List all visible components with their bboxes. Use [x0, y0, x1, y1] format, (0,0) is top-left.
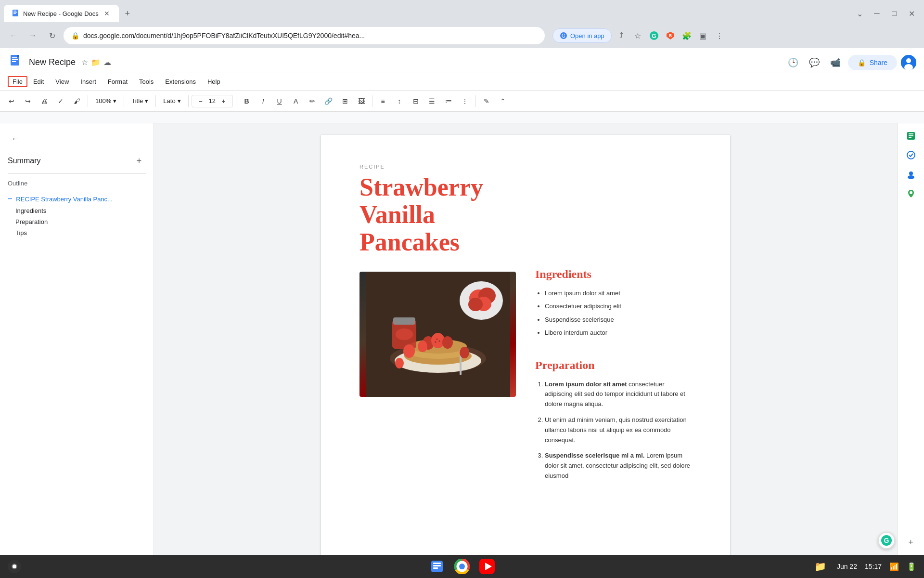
outline-item-label-1: Ingredients	[15, 207, 46, 214]
right-panel-tasks-icon[interactable]	[902, 146, 920, 164]
separator-4	[188, 95, 189, 107]
cloud-icon[interactable]: ☁	[103, 58, 111, 67]
menu-format[interactable]: Format	[102, 76, 133, 87]
paint-format-button[interactable]: 🖌	[69, 93, 85, 109]
menu-edit[interactable]: Edit	[27, 76, 50, 87]
line-spacing-button[interactable]: ↕	[392, 93, 407, 109]
summary-title: Summary	[8, 157, 40, 165]
font-size-increase[interactable]: +	[219, 96, 229, 106]
list-button[interactable]: ☰	[424, 93, 440, 109]
url-bar[interactable]: 🔒 docs.google.com/document/d/1hj9op5PFOB…	[64, 27, 545, 44]
menu-insert[interactable]: Insert	[75, 76, 102, 87]
highlight-button[interactable]: ✏	[305, 93, 320, 109]
refresh-button[interactable]: ↻	[44, 28, 60, 43]
print-button[interactable]: 🖨	[37, 93, 52, 109]
active-tab[interactable]: New Recipe - Google Docs ✕	[4, 5, 119, 22]
font-size-control[interactable]: − 12 +	[192, 95, 233, 107]
outline-item-label-2: Preparation	[15, 218, 48, 225]
more-button[interactable]: ⋮	[457, 93, 473, 109]
bookmark-icon[interactable]: ☆	[631, 29, 644, 42]
suggestions-button[interactable]: ✎	[479, 93, 494, 109]
right-panel-maps-icon[interactable]	[902, 185, 920, 202]
maximize-button[interactable]: □	[887, 7, 901, 20]
svg-rect-46	[909, 137, 911, 138]
outline-item-0[interactable]: − RECIPE Strawberry Vanilla Panc...	[8, 193, 146, 205]
meet-icon[interactable]: 📹	[827, 54, 844, 71]
font-size-value: 12	[206, 97, 218, 105]
font-select[interactable]: Lato ▾	[159, 95, 185, 107]
redo-button[interactable]: ↪	[20, 93, 36, 109]
svg-rect-13	[12, 61, 16, 62]
column-button[interactable]: ⊟	[408, 93, 424, 109]
open-in-app-button[interactable]: G Open in app	[552, 28, 612, 43]
text-color-button[interactable]: A	[288, 93, 304, 109]
grammarly-ext-icon[interactable]: G	[647, 29, 661, 42]
font-size-decrease[interactable]: −	[196, 96, 205, 106]
tab-bar-dropdown-icon[interactable]: ⌄	[853, 7, 866, 20]
outline-item-3[interactable]: Tips	[8, 227, 146, 238]
spell-check-button[interactable]: ✓	[53, 93, 68, 109]
document-page[interactable]: RECIPE StrawberryVanillaPancakes	[321, 135, 730, 555]
zoom-select[interactable]: 100% ▾	[91, 95, 121, 107]
grammarly-floating-button[interactable]: G	[878, 532, 895, 549]
url-text: docs.google.com/document/d/1hj9op5PFOBiF…	[83, 32, 537, 39]
style-select[interactable]: Title ▾	[127, 95, 153, 107]
menu-help[interactable]: Help	[202, 76, 226, 87]
back-button[interactable]: ←	[6, 28, 21, 43]
outline-item-2[interactable]: Preparation	[8, 216, 146, 227]
star-icon[interactable]: ☆	[81, 58, 88, 67]
menu-tools[interactable]: Tools	[133, 76, 159, 87]
panel-divider	[8, 173, 146, 174]
minimize-button[interactable]: ─	[870, 7, 884, 20]
tab-bar: New Recipe - Google Docs ✕ + ⌄ ─ □ ✕	[0, 0, 924, 23]
italic-button[interactable]: I	[256, 93, 271, 109]
taskbar-files-icon[interactable]	[428, 558, 446, 575]
right-panel-contacts-icon[interactable]	[902, 166, 920, 183]
svg-rect-45	[909, 135, 913, 136]
underline-button[interactable]: U	[272, 93, 287, 109]
add-summary-button[interactable]: +	[132, 154, 146, 168]
numbered-list-button[interactable]: ≔	[441, 93, 456, 109]
menu-extensions[interactable]: Extensions	[159, 76, 202, 87]
comments-icon[interactable]: 💬	[806, 54, 823, 71]
menu-file[interactable]: File	[8, 76, 27, 87]
user-avatar[interactable]	[901, 55, 916, 70]
taskbar-youtube-icon[interactable]	[478, 558, 496, 575]
close-button[interactable]: ✕	[905, 7, 918, 20]
extensions-icon[interactable]: 🧩	[680, 29, 693, 42]
address-bar-actions: G Open in app ⤴ ☆ G B 🧩 ▣ ⋮	[552, 28, 726, 43]
right-panel-sheets-icon[interactable]	[902, 127, 920, 144]
image-button[interactable]: 🖼	[354, 93, 369, 109]
share-page-icon[interactable]: ⤴	[615, 29, 628, 42]
browser-chrome: New Recipe - Google Docs ✕ + ⌄ ─ □ ✕ ← →…	[0, 0, 924, 123]
history-icon[interactable]: 🕒	[784, 54, 802, 71]
sidebar-icon[interactable]: ▣	[696, 29, 710, 42]
svg-rect-3	[13, 13, 16, 14]
folder-icon[interactable]: 📁	[91, 58, 101, 67]
preparation-heading: Preparation	[535, 359, 692, 372]
svg-point-38	[396, 328, 413, 340]
right-panel-add-icon[interactable]: +	[902, 534, 920, 551]
taskbar-time: 15:17	[865, 563, 882, 570]
brave-shield-icon[interactable]: B	[664, 29, 677, 42]
bold-button[interactable]: B	[239, 93, 255, 109]
link-button[interactable]: 🔗	[321, 93, 336, 109]
taskbar-files-right-icon[interactable]: 📁	[812, 558, 829, 575]
taskbar-chrome-icon[interactable]	[453, 558, 471, 575]
undo-button[interactable]: ↩	[4, 93, 19, 109]
svg-point-26	[442, 336, 453, 349]
table-button[interactable]: ⊞	[337, 93, 353, 109]
tab-close-button[interactable]: ✕	[103, 9, 111, 18]
record-button[interactable]	[8, 560, 21, 573]
menu-view[interactable]: View	[50, 76, 75, 87]
forward-button[interactable]: →	[25, 28, 40, 43]
align-button[interactable]: ≡	[375, 93, 391, 109]
browser-menu-icon[interactable]: ⋮	[713, 29, 726, 42]
separator-2	[124, 95, 124, 107]
expand-toolbar-button[interactable]: ⌃	[495, 93, 511, 109]
new-tab-button[interactable]: +	[121, 7, 134, 20]
outline-item-1[interactable]: Ingredients	[8, 205, 146, 216]
share-button[interactable]: 🔒 Share	[848, 55, 897, 70]
back-button[interactable]: ←	[8, 131, 23, 146]
menu-bar: File Edit View Insert Format Tools Exten…	[0, 73, 924, 91]
